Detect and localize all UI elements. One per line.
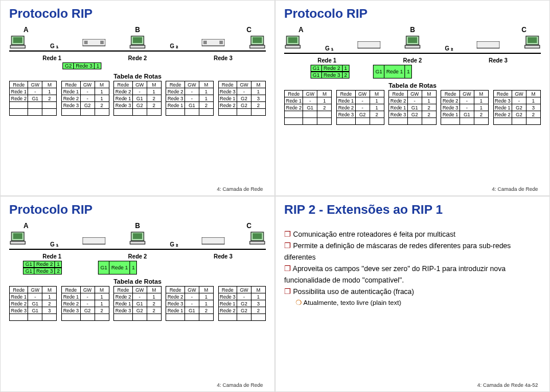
slide-title: Protocolo RIP bbox=[9, 202, 266, 217]
slide-footer: 4: Camada de Rede 4a-52 bbox=[477, 382, 538, 388]
bullet-item: Permite a definição de máscaras de redes… bbox=[284, 240, 541, 263]
rede1-label: Rede 1 bbox=[9, 55, 95, 61]
g2-label: G ₂ bbox=[170, 43, 178, 49]
tabela-title: Tabela de Rotas bbox=[284, 82, 541, 89]
rip-messages: G2Rede 31 bbox=[9, 62, 266, 69]
host-a bbox=[284, 35, 301, 52]
label-c: C bbox=[246, 222, 252, 230]
svg-rect-14 bbox=[250, 45, 265, 48]
svg-rect-1 bbox=[13, 37, 22, 43]
slide-2: Protocolo RIP A B C G ₁ G ₂ Rede 1 Rede … bbox=[275, 0, 550, 196]
slide-4: RIP 2 - Extensões ao RIP 1 Comunicação e… bbox=[275, 196, 550, 392]
bullet-item: Aproveita os campos "deve ser zero" do R… bbox=[284, 263, 541, 286]
rip-messages: G1Rede 21 G1Rede 32 G1Rede 11 bbox=[284, 65, 541, 79]
routing-table: RedeGWMRede 3-1Rede 1G23Rede 2G22 bbox=[218, 81, 266, 116]
g1-label: G ₁ bbox=[325, 45, 333, 52]
rede2-label: Rede 2 bbox=[95, 55, 180, 61]
host-a bbox=[9, 35, 26, 49]
svg-rect-25 bbox=[525, 45, 540, 48]
svg-rect-35 bbox=[253, 233, 262, 239]
network-line bbox=[9, 249, 266, 250]
router-g2 bbox=[202, 39, 225, 49]
g2-label: G ₂ bbox=[445, 45, 453, 52]
segment-labels: Rede 1 Rede 2 Rede 3 bbox=[9, 55, 266, 61]
svg-rect-10 bbox=[203, 41, 207, 44]
label-c: C bbox=[521, 26, 527, 34]
g1-label: G ₁ bbox=[50, 241, 58, 248]
svg-rect-18 bbox=[358, 41, 380, 48]
host-b bbox=[129, 231, 146, 248]
host-labels: A B C bbox=[23, 222, 252, 230]
router-g1 bbox=[82, 237, 105, 248]
slide-title: Protocolo RIP bbox=[284, 6, 541, 21]
routing-table: RedeGWMRede 3-1Rede 1G23Rede 2G22 bbox=[493, 90, 541, 125]
slide-footer: 4: Camada de Rede bbox=[217, 186, 263, 192]
rip-messages: G1Rede 21 G1Rede 32 G1Rede 11 bbox=[9, 261, 266, 275]
slide-title: Protocolo RIP bbox=[9, 6, 266, 21]
label-a: A bbox=[298, 26, 304, 34]
rip-msg: G1Rede 21 bbox=[311, 65, 349, 72]
svg-rect-5 bbox=[100, 41, 104, 44]
host-a bbox=[9, 231, 26, 248]
router-g2 bbox=[202, 237, 225, 248]
svg-rect-31 bbox=[133, 233, 142, 239]
svg-rect-29 bbox=[82, 237, 105, 244]
host-c bbox=[249, 231, 266, 248]
svg-rect-4 bbox=[84, 41, 88, 44]
routing-tables: RedeGWMRede 1-1Rede 2G12RedeGWMRede 1-1R… bbox=[9, 81, 266, 116]
network-line bbox=[9, 50, 266, 52]
routing-table: RedeGWMRede 2-1Rede 3-1Rede 1G12 bbox=[441, 90, 488, 125]
rip-msg: G1Rede 21 bbox=[23, 261, 62, 268]
rede1-label: Rede 1 bbox=[284, 57, 370, 64]
rip-msg: G1Rede 11 bbox=[373, 65, 412, 79]
svg-rect-11 bbox=[219, 41, 223, 44]
host-c bbox=[249, 35, 266, 49]
routing-table: RedeGWMRede 2-1Rede 3-1Rede 1G12 bbox=[166, 286, 213, 321]
segment-labels: Rede 1 Rede 2 Rede 3 bbox=[9, 253, 266, 260]
rede1-label: Rede 1 bbox=[9, 253, 95, 260]
routing-table: RedeGWMRede 2-1Rede 1G12Rede 3G22 bbox=[113, 286, 161, 321]
rede3-label: Rede 3 bbox=[180, 253, 266, 260]
rip-msg: G2Rede 31 bbox=[62, 62, 101, 69]
slide-footer: 4: Camada de Rede bbox=[217, 382, 263, 388]
segment-labels: Rede 1 Rede 2 Rede 3 bbox=[284, 57, 541, 64]
g2-label: G ₂ bbox=[170, 241, 178, 248]
router-g2 bbox=[477, 41, 500, 52]
host-labels: A B C bbox=[23, 26, 252, 34]
svg-rect-24 bbox=[528, 37, 537, 43]
network-line bbox=[284, 53, 541, 54]
topology-row: G ₁ G ₂ bbox=[284, 35, 541, 52]
label-b: B bbox=[135, 26, 140, 34]
tabela-title: Tabela de Rotas bbox=[9, 278, 266, 285]
page-grid: Protocolo RIP A B C G ₁ G ₂ Rede 1 Rede … bbox=[0, 0, 550, 392]
slide-title: RIP 2 - Extensões ao RIP 1 bbox=[284, 202, 541, 217]
routing-table: RedeGWMRede 2-1Rede 1G12Rede 3G22 bbox=[113, 81, 161, 116]
svg-rect-2 bbox=[10, 45, 25, 48]
routing-table: RedeGWMRede 1-1Rede 2-1Rede 3G22 bbox=[61, 286, 109, 321]
rede2-label: Rede 2 bbox=[370, 57, 455, 64]
label-c: C bbox=[246, 26, 252, 34]
routing-tables: RedeGWMRede 1-1Rede 2G12RedeGWMRede 1-1R… bbox=[284, 90, 541, 125]
svg-rect-27 bbox=[13, 233, 22, 239]
svg-rect-20 bbox=[408, 37, 417, 43]
label-a: A bbox=[23, 222, 29, 230]
routing-table: RedeGWMRede 1-1Rede 2G12 bbox=[9, 81, 57, 116]
routing-table: RedeGWMRede 1-1Rede 2-1Rede 3G22 bbox=[61, 81, 109, 116]
g1-label: G ₁ bbox=[50, 43, 58, 49]
rede3-label: Rede 3 bbox=[180, 55, 266, 61]
label-b: B bbox=[135, 222, 140, 230]
bullet-item: Atualmente, texto livre (plain text) bbox=[296, 297, 541, 308]
routing-table: RedeGWMRede 3-1Rede 1G23Rede 2G22 bbox=[218, 286, 266, 321]
slide-footer: 4: Camada de Rede bbox=[492, 186, 538, 192]
routing-table: RedeGWMRede 1-1Rede 2G12Rede 3G13 bbox=[9, 286, 57, 321]
svg-rect-13 bbox=[253, 37, 262, 43]
svg-rect-17 bbox=[285, 45, 300, 48]
routing-tables: RedeGWMRede 1-1Rede 2G12Rede 3G13RedeGWM… bbox=[9, 286, 266, 321]
bullet-item: Comunicação entre roteadores é feita por… bbox=[284, 229, 541, 240]
tabela-title: Tabela de Rotas bbox=[9, 73, 266, 80]
host-labels: A B C bbox=[298, 26, 527, 34]
host-c bbox=[524, 35, 541, 52]
rip-msg: G1Rede 32 bbox=[23, 268, 62, 275]
svg-rect-8 bbox=[130, 45, 145, 48]
bullet-item: Possibilita uso de autenticação (fraca) bbox=[284, 286, 541, 297]
